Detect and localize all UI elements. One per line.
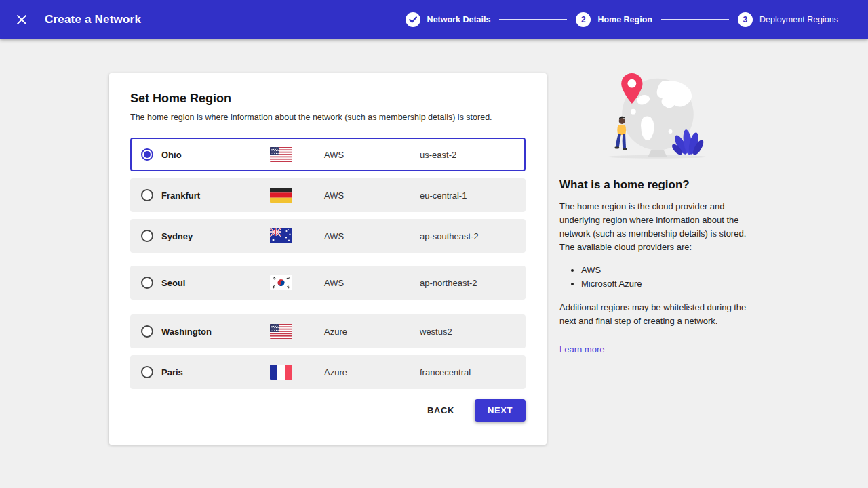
region-row-eu-central-1[interactable]: Frankfurt AWS eu-central-1 — [130, 178, 526, 212]
step-number-circle: 3 — [738, 12, 753, 27]
flag-de-icon — [270, 188, 292, 203]
step-home-region[interactable]: 2 Home Region — [576, 12, 652, 27]
info-sidebar: What is a home region? The home region i… — [559, 73, 755, 355]
region-name: Seoul — [161, 278, 270, 288]
flag-fr-icon — [270, 365, 292, 380]
flag-au-icon — [270, 228, 292, 243]
step-label: Home Region — [597, 15, 652, 24]
region-code: ap-northeast-2 — [420, 278, 477, 288]
region-provider: Azure — [324, 367, 420, 378]
step-label: Deployment Regions — [760, 15, 838, 24]
step-network-details[interactable]: Network Details — [406, 12, 491, 27]
step-connector — [499, 19, 567, 20]
region-code: us-east-2 — [420, 150, 456, 160]
radio-us-east-2[interactable] — [141, 148, 153, 161]
region-list: Ohio AWS us-east-2 Frankfurt AWS eu-cent… — [130, 138, 526, 389]
region-name: Frankfurt — [161, 190, 270, 201]
step-complete-circle — [406, 12, 420, 27]
close-icon[interactable] — [14, 12, 30, 28]
check-icon — [409, 16, 417, 23]
region-row-ap-southeast-2[interactable]: Sydney AWS ap-southeast-2 — [130, 219, 526, 253]
radio-eu-central-1[interactable] — [141, 189, 153, 201]
flag-us-icon — [270, 324, 292, 339]
flag-us-icon — [270, 147, 292, 162]
region-row-westus2[interactable]: Washington Azure westus2 — [130, 314, 526, 348]
learn-more-link[interactable]: Learn more — [559, 344, 604, 354]
region-row-francecentral[interactable]: Paris Azure francecentral — [130, 355, 526, 389]
sidebar-body: The home region is the cloud provider an… — [559, 200, 755, 255]
sidebar-heading: What is a home region? — [559, 178, 755, 192]
wizard-header: Create a Network Network Details 2 Home … — [0, 0, 868, 39]
region-code: francecentral — [420, 367, 471, 378]
step-deployment-regions[interactable]: 3 Deployment Regions — [738, 12, 838, 27]
next-button[interactable]: NEXT — [475, 399, 526, 422]
region-code: westus2 — [420, 327, 452, 337]
region-provider: AWS — [324, 150, 420, 160]
step-number-circle: 2 — [576, 12, 591, 27]
radio-westus2[interactable] — [141, 325, 153, 338]
region-provider: AWS — [324, 190, 420, 201]
stepper: Network Details 2 Home Region 3 Deployme… — [406, 12, 838, 27]
region-provider: AWS — [324, 278, 420, 288]
provider-bullet: Microsoft Azure — [581, 277, 755, 291]
home-region-card: Set Home Region The home region is where… — [109, 73, 547, 445]
card-subtitle: The home region is where information abo… — [130, 113, 526, 122]
provider-bullet: AWS — [581, 264, 755, 278]
radio-ap-northeast-2[interactable] — [141, 277, 153, 289]
region-code: ap-southeast-2 — [420, 231, 479, 241]
region-code: eu-central-1 — [420, 190, 467, 201]
region-provider: AWS — [324, 231, 420, 241]
provider-list: AWSMicrosoft Azure — [573, 264, 755, 292]
globe-illustration — [603, 73, 711, 163]
card-actions: BACK NEXT — [419, 399, 526, 422]
region-name: Ohio — [161, 150, 270, 160]
radio-francecentral[interactable] — [141, 366, 153, 378]
step-connector — [661, 19, 729, 20]
wizard-title: Create a Network — [45, 13, 141, 26]
region-row-us-east-2[interactable]: Ohio AWS us-east-2 — [130, 138, 526, 171]
region-row-ap-northeast-2[interactable]: Seoul AWS ap-northeast-2 — [130, 266, 526, 300]
region-name: Sydney — [161, 231, 270, 241]
radio-ap-southeast-2[interactable] — [141, 230, 153, 242]
flag-kr-icon — [270, 275, 292, 290]
region-provider: Azure — [324, 327, 420, 337]
step-label: Network Details — [427, 15, 491, 24]
card-title: Set Home Region — [130, 92, 526, 106]
back-button[interactable]: BACK — [419, 400, 462, 421]
region-name: Washington — [161, 327, 270, 337]
region-name: Paris — [161, 367, 270, 378]
sidebar-note: Additional regions may be whitelisted du… — [559, 301, 755, 328]
